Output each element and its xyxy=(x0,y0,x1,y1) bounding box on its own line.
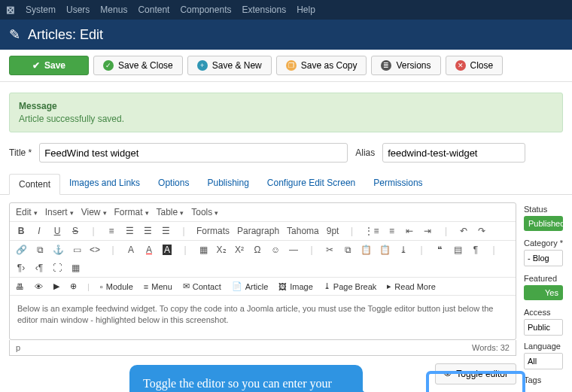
paragraph-icon[interactable]: ¶ xyxy=(470,245,481,255)
copy-icon: ❐ xyxy=(286,60,297,71)
hr-icon[interactable]: — xyxy=(288,245,299,255)
align-center-icon[interactable]: ☰ xyxy=(124,226,135,236)
highlight-annotation xyxy=(426,371,525,392)
menu-edit[interactable]: Edit xyxy=(16,207,38,217)
status-value[interactable]: Published xyxy=(524,216,563,231)
table-icon[interactable]: ▦ xyxy=(198,245,208,255)
menu-help[interactable]: Help xyxy=(297,5,315,15)
font-family-icon[interactable]: A xyxy=(126,245,136,255)
bullet-list-icon[interactable]: ⋮≡ xyxy=(364,226,379,236)
element-path[interactable]: p xyxy=(16,343,20,352)
outdent-icon[interactable]: ⇤ xyxy=(404,226,415,236)
blockquote-icon[interactable]: ❝ xyxy=(434,245,445,255)
fontname-dropdown[interactable]: Tahoma xyxy=(287,226,319,236)
italic-icon[interactable]: I xyxy=(34,226,44,236)
featured-label: Featured xyxy=(524,274,563,283)
subscript-icon[interactable]: X₂ xyxy=(216,245,227,255)
menu-components[interactable]: Components xyxy=(180,5,231,15)
rtl-icon[interactable]: ‹¶ xyxy=(34,263,44,273)
insert-readmore-button[interactable]: ▸ Read More xyxy=(387,281,435,291)
save-close-button[interactable]: ✓Save & Close xyxy=(93,56,183,75)
tab-configure[interactable]: Configure Edit Screen xyxy=(258,173,364,194)
menu-format[interactable]: Format xyxy=(114,207,149,217)
access-select[interactable] xyxy=(524,319,563,336)
save-button[interactable]: ✔Save xyxy=(9,56,89,75)
ltr-icon[interactable]: ¶› xyxy=(16,263,26,273)
align-right-icon[interactable]: ☰ xyxy=(142,226,153,236)
save-copy-button[interactable]: ❐Save as Copy xyxy=(276,56,367,75)
menu-system[interactable]: System xyxy=(26,5,56,15)
paragraph-dropdown[interactable]: Paragraph xyxy=(237,226,279,236)
editor-menu-bar: Edit Insert View Format Table Tools xyxy=(10,203,516,222)
cut-icon[interactable]: ✂ xyxy=(324,245,335,255)
alias-input[interactable] xyxy=(382,143,525,163)
fontsize-dropdown[interactable]: 9pt xyxy=(327,226,339,236)
menu-insert[interactable]: Insert xyxy=(45,207,74,217)
link-icon[interactable]: 🔗 xyxy=(16,245,27,255)
bgcolor-icon[interactable]: A xyxy=(162,245,172,255)
formats-dropdown[interactable]: Formats xyxy=(196,226,230,236)
insert-module-button[interactable]: ▫ Module xyxy=(100,282,133,291)
strike-icon[interactable]: S xyxy=(70,226,81,236)
insert-image-button[interactable]: 🖼 Image xyxy=(278,282,313,291)
tab-content[interactable]: Content xyxy=(9,174,60,195)
title-input[interactable] xyxy=(39,143,348,163)
tab-options[interactable]: Options xyxy=(149,173,198,194)
menu-users[interactable]: Users xyxy=(66,5,90,15)
insert-menu-button[interactable]: ≡ Menu xyxy=(144,282,172,291)
indent-icon[interactable]: ⇥ xyxy=(422,226,433,236)
fullscreen-icon[interactable]: ⛶ xyxy=(52,263,62,273)
plus-icon: + xyxy=(197,60,208,71)
align-left-icon[interactable]: ≡ xyxy=(106,226,117,236)
tab-permissions[interactable]: Permissions xyxy=(364,173,431,194)
save-new-button[interactable]: +Save & New xyxy=(187,56,272,75)
paste-text-icon[interactable]: 📋 xyxy=(379,245,391,255)
template-icon[interactable]: ▤ xyxy=(452,245,463,255)
paste-icon[interactable]: 📋 xyxy=(361,245,372,255)
bold-icon[interactable]: B xyxy=(16,226,26,236)
close-button[interactable]: ✕Close xyxy=(446,56,504,75)
media-icon[interactable]: ▶ xyxy=(53,281,59,291)
unlink-icon[interactable]: ⧉ xyxy=(35,245,45,255)
special-char-icon[interactable]: Ω xyxy=(252,245,263,255)
insert-pagebreak-button[interactable]: ⤓ Page Break xyxy=(324,281,376,291)
image-icon[interactable]: ▭ xyxy=(72,245,82,255)
menu-table[interactable]: Table xyxy=(157,207,184,217)
admin-top-menu: ⊠ System Users Menus Content Components … xyxy=(0,0,572,20)
word-count: Words: 32 xyxy=(472,343,510,352)
emoticon-icon[interactable]: ☺ xyxy=(270,245,281,255)
insert-icon[interactable]: ⊕ xyxy=(70,281,77,291)
tab-publishing[interactable]: Publishing xyxy=(198,173,257,194)
anchor-icon[interactable]: ⚓ xyxy=(53,245,64,255)
tab-images[interactable]: Images and Links xyxy=(60,173,149,194)
pagebreak-icon[interactable]: ⤓ xyxy=(398,245,409,255)
status-label: Status xyxy=(524,205,563,214)
code-icon[interactable]: <> xyxy=(90,245,100,255)
insert-article-button[interactable]: 📄 Article xyxy=(232,281,269,291)
insert-contact-button[interactable]: ✉ Contact xyxy=(183,281,221,291)
redo-icon[interactable]: ↷ xyxy=(476,226,487,236)
language-select[interactable] xyxy=(524,353,563,369)
editor-status-bar: p Words: 32 xyxy=(9,340,516,356)
menu-content[interactable]: Content xyxy=(138,5,169,15)
versions-button[interactable]: ≣Versions xyxy=(371,56,440,75)
menu-extensions[interactable]: Extensions xyxy=(242,5,286,15)
action-toolbar: ✔Save ✓Save & Close +Save & New ❐Save as… xyxy=(0,50,572,82)
featured-value[interactable]: Yes xyxy=(524,285,563,300)
editor-content-area[interactable]: Below is an example feedwind widget. To … xyxy=(10,296,516,339)
show-blocks-icon[interactable]: ▦ xyxy=(70,263,81,273)
number-list-icon[interactable]: ≡ xyxy=(386,226,397,236)
textcolor-icon[interactable]: A xyxy=(144,245,154,255)
copy-icon[interactable]: ⧉ xyxy=(342,245,353,255)
category-select[interactable] xyxy=(524,250,563,266)
underline-icon[interactable]: U xyxy=(52,226,62,236)
menu-view[interactable]: View xyxy=(81,207,107,217)
check-icon: ✓ xyxy=(103,60,114,71)
print-icon[interactable]: 🖶 xyxy=(16,282,24,291)
superscript-icon[interactable]: X² xyxy=(234,245,245,255)
align-justify-icon[interactable]: ☰ xyxy=(160,226,171,236)
menu-menus[interactable]: Menus xyxy=(100,5,127,15)
menu-tools[interactable]: Tools xyxy=(191,207,218,217)
undo-icon[interactable]: ↶ xyxy=(458,226,469,236)
preview-icon[interactable]: 👁 xyxy=(35,282,43,291)
